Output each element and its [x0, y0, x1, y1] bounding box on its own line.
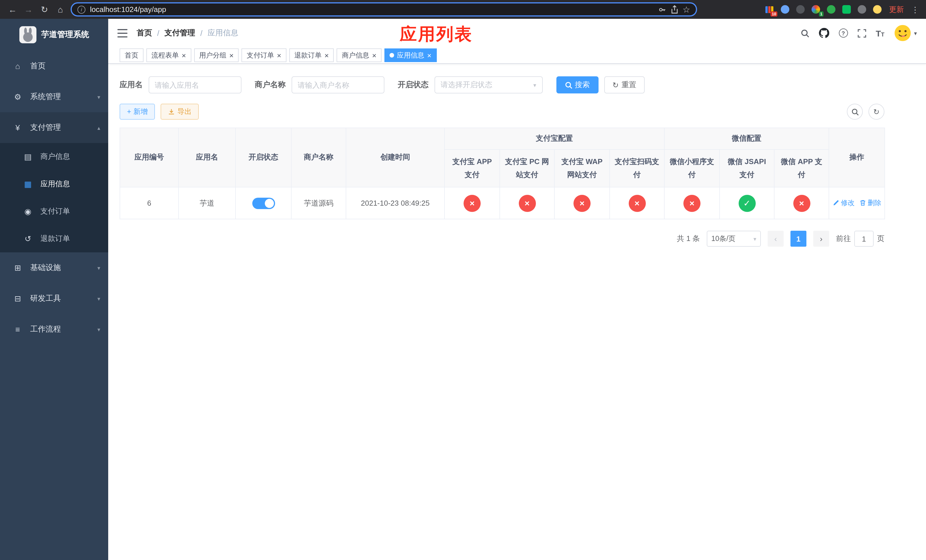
bookmark-star-icon[interactable]: ☆ [682, 4, 690, 15]
close-tab-icon[interactable]: × [229, 51, 233, 59]
tab-pay-order[interactable]: 支付订单× [242, 48, 286, 62]
cell-app-id: 6 [120, 187, 179, 219]
col-actions: 操作 [829, 128, 885, 187]
tag-tabs-bar: 首页 流程表单× 用户分组× 支付订单× 退款订单× 商户信息× 应用信息× [108, 47, 926, 64]
prev-page-button[interactable]: ‹ [768, 231, 784, 247]
browser-menu-icon[interactable]: ⋮ [911, 5, 919, 14]
chevron-down-icon: ▾ [533, 82, 536, 88]
github-icon[interactable] [819, 28, 829, 38]
extension-badge: 10 [770, 11, 777, 16]
sidebar-item-merchant-info[interactable]: ▤ 商户信息 [0, 143, 108, 170]
table-toolbar: + 新增 导出 ↻ [120, 104, 884, 120]
breadcrumb-separator: / [200, 29, 203, 37]
tab-label: 商户信息 [342, 50, 369, 60]
tab-user-group[interactable]: 用户分组× [194, 48, 239, 62]
search-icon[interactable] [800, 29, 809, 37]
extension-dark-icon[interactable] [796, 5, 805, 14]
close-tab-icon[interactable]: × [277, 51, 281, 59]
tab-home[interactable]: 首页 [120, 48, 144, 62]
goto-page-input[interactable] [854, 231, 874, 247]
close-tab-icon[interactable]: × [372, 51, 377, 59]
chevron-down-icon: ▾ [97, 265, 100, 271]
extension-stats-icon[interactable]: 10 [765, 5, 774, 14]
sidebar-item-refund-order[interactable]: ↺ 退款订单 [0, 225, 108, 252]
extension-blue-icon[interactable] [780, 5, 789, 14]
page-number: 1 [796, 235, 800, 243]
toolbar-right: ↻ [847, 104, 884, 120]
page-size-select[interactable]: 10条/页 ▾ [707, 231, 761, 247]
avatar [894, 24, 911, 42]
help-icon[interactable]: ? [838, 29, 848, 38]
browser-home-button[interactable]: ⌂ [52, 2, 68, 17]
app-logo[interactable]: 芋道管理系统 [0, 19, 108, 51]
close-tab-icon[interactable]: × [427, 51, 431, 59]
sidebar-item-app-info[interactable]: ▦ 应用信息 [0, 170, 108, 198]
config-status-icon: × [628, 195, 646, 212]
browser-update-button[interactable]: 更新 [889, 4, 904, 15]
user-avatar-menu[interactable]: ▾ [894, 24, 917, 42]
merchant-name-input[interactable] [291, 76, 384, 94]
sidebar-item-home[interactable]: ⌂ 首页 [0, 51, 108, 82]
sidebar-toggle-icon[interactable] [117, 29, 127, 37]
col-wechat-app: 微信 APP 支付 [774, 150, 829, 187]
reload-icon: ↻ [41, 4, 48, 15]
export-button[interactable]: 导出 [161, 104, 199, 120]
sidebar-item-payment[interactable]: ¥ 支付管理 ▴ [0, 112, 108, 143]
status-toggle[interactable] [252, 197, 275, 209]
tab-app-info[interactable]: 应用信息× [384, 48, 437, 62]
site-info-icon[interactable]: i [77, 5, 85, 14]
close-tab-icon[interactable]: × [182, 51, 186, 59]
status-select-placeholder: 请选择开启状态 [440, 80, 492, 90]
cell-config: × [664, 187, 720, 219]
search-button[interactable]: 搜索 [556, 76, 598, 94]
password-key-icon[interactable] [658, 5, 666, 14]
next-page-button[interactable]: › [813, 231, 829, 247]
merchant-name-label: 商户名称 [255, 80, 286, 90]
tab-merchant-info[interactable]: 商户信息× [337, 48, 381, 62]
sidebar-item-infrastructure[interactable]: ⊞ 基础设施 ▾ [0, 252, 108, 283]
address-bar[interactable]: i localhost:1024/pay/app ☆ [71, 2, 697, 17]
page-1-button[interactable]: 1 [790, 231, 806, 247]
share-icon[interactable] [670, 5, 678, 14]
edit-button[interactable]: 修改 [832, 198, 855, 208]
forward-icon: → [24, 5, 33, 14]
toggle-search-button[interactable] [847, 104, 863, 120]
extension-colorful-icon[interactable]: 1 [811, 5, 820, 14]
search-icon [851, 108, 858, 115]
sidebar-item-label: 基础设施 [30, 263, 97, 273]
close-tab-icon[interactable]: × [325, 51, 329, 59]
extension-wechat-devtools-icon[interactable] [842, 5, 851, 14]
sidebar-menu: ⌂ 首页 ⚙ 系统管理 ▾ ¥ 支付管理 ▴ ▤ 商户信息 [0, 51, 108, 345]
fullscreen-icon[interactable] [857, 29, 866, 37]
delete-button[interactable]: 删除 [859, 198, 881, 208]
sidebar-item-system[interactable]: ⚙ 系统管理 ▾ [0, 82, 108, 112]
browser-back-button[interactable]: ← [5, 2, 21, 17]
tab-label: 支付订单 [247, 50, 274, 60]
tab-label: 用户分组 [199, 50, 226, 60]
screen: ← → ↻ ⌂ i localhost:1024/pay/app ☆ 10 1 [0, 0, 926, 560]
col-alipay-app: 支付宝 APP 支付 [445, 150, 500, 187]
browser-forward-button[interactable]: → [21, 2, 36, 17]
refresh-table-button[interactable]: ↻ [869, 104, 884, 120]
breadcrumb-home[interactable]: 首页 [137, 28, 152, 38]
breadcrumb-payment[interactable]: 支付管理 [165, 28, 195, 38]
workflow-icon: ≡ [12, 325, 23, 334]
reset-button[interactable]: ↻ 重置 [604, 76, 645, 94]
sidebar-item-pay-order[interactable]: ◉ 支付订单 [0, 198, 108, 225]
extension-emoji-icon[interactable] [873, 5, 882, 14]
sidebar-item-workflow[interactable]: ≡ 工作流程 ▾ [0, 314, 108, 345]
extension-green-circle-icon[interactable] [826, 5, 835, 14]
font-size-icon[interactable]: TT [876, 29, 884, 37]
app-name-input[interactable] [148, 76, 241, 94]
sidebar-item-dev-tools[interactable]: ⊟ 研发工具 ▾ [0, 283, 108, 314]
browser-reload-button[interactable]: ↻ [36, 2, 52, 17]
add-button[interactable]: + 新增 [120, 104, 155, 120]
tab-process-form[interactable]: 流程表单× [146, 48, 191, 62]
status-select[interactable]: 请选择开启状态 ▾ [434, 76, 542, 94]
app-window: 芋道管理系统 ⌂ 首页 ⚙ 系统管理 ▾ ¥ 支付管理 ▴ [0, 19, 926, 560]
url-text[interactable]: localhost:1024/pay/app [90, 5, 166, 14]
tab-refund-order[interactable]: 退款订单× [289, 48, 334, 62]
refresh-icon: ↻ [873, 107, 879, 116]
extension-pin-icon[interactable] [857, 5, 866, 14]
col-app-name: 应用名 [179, 128, 236, 187]
